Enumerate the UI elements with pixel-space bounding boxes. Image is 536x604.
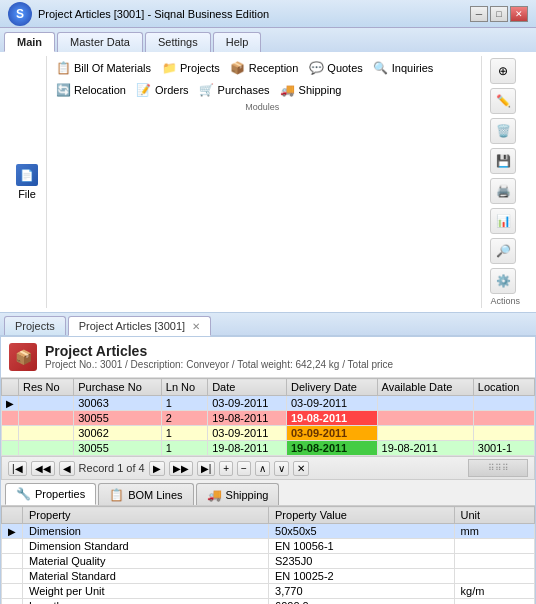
inquiries-icon: 🔍 [373,60,389,76]
article-header: 📦 Project Articles Project No.: 3001 / D… [1,337,535,378]
tab-settings[interactable]: Settings [145,32,211,52]
nav-prev-button[interactable]: ◀ [59,461,75,476]
list-item[interactable]: Weight per Unit 3,770 kg/m [2,584,535,599]
minimize-button[interactable]: ─ [470,6,488,22]
purchases-icon: 🛒 [199,82,215,98]
cell-purchase-no: 30055 [74,411,162,426]
actions-label: Actions [490,296,520,306]
nav-first-button[interactable]: |◀ [8,461,27,476]
window-title: Project Articles [3001] - Siqnal Busines… [38,8,269,20]
shipping-tab[interactable]: 🚚 Shipping [196,483,280,505]
prop-name: Weight per Unit [23,584,269,599]
list-item[interactable]: Dimension Standard EN 10056-1 [2,539,535,554]
tab-main[interactable]: Main [4,32,55,52]
col-delivery-date[interactable]: Delivery Date [286,379,377,396]
properties-tab-icon: 🔧 [16,487,31,501]
prop-value: 6000,0 [269,599,455,605]
prop-indicator [2,554,23,569]
cell-location [473,426,534,441]
projects-tab[interactable]: Projects [4,316,66,335]
file-button[interactable]: 📄 File [8,56,47,308]
close-button[interactable]: ✕ [510,6,528,22]
project-articles-tab[interactable]: Project Articles [3001] ✕ [68,316,211,336]
cell-location [473,396,534,411]
action-btn-4[interactable]: 💾 [490,148,516,174]
nav-next-button[interactable]: ▶ [149,461,165,476]
props-col-unit[interactable]: Unit [454,507,534,524]
action-btn-6[interactable]: 📊 [490,208,516,234]
action-icons: ⊕ ✏️ 🗑️ 💾 🖨️ 📊 🔎 ⚙️ [490,58,520,294]
nav-prev-prev-button[interactable]: ◀◀ [31,461,55,476]
file-icon: 📄 [16,164,38,186]
props-col-value[interactable]: Property Value [269,507,455,524]
modules-label: Modules [51,102,473,112]
action-btn-7[interactable]: 🔎 [490,238,516,264]
data-table-container: Res No Purchase No Ln No Date Delivery D… [1,378,535,456]
properties-tab-label: Properties [35,488,85,500]
props-col-indicator [2,507,23,524]
col-res-no[interactable]: Res No [19,379,74,396]
action-btn-2[interactable]: ✏️ [490,88,516,114]
tab-close-icon[interactable]: ✕ [192,321,200,332]
tab-help[interactable]: Help [213,32,262,52]
actions-group: ⊕ ✏️ 🗑️ 💾 🖨️ 📊 🔎 ⚙️ Actions [482,56,528,308]
inquiries-button[interactable]: 🔍 Inquiries [369,58,438,78]
bom-lines-tab[interactable]: 📋 BOM Lines [98,483,193,505]
cell-date: 03-09-2011 [208,426,287,441]
nav-cancel-button[interactable]: ✕ [293,461,309,476]
action-btn-8[interactable]: ⚙️ [490,268,516,294]
title-bar-controls: ─ □ ✕ [470,6,528,22]
cell-res-no [19,426,74,441]
col-location[interactable]: Location [473,379,534,396]
tab-master-data[interactable]: Master Data [57,32,143,52]
nav-last-button[interactable]: ▶| [197,461,216,476]
orders-button[interactable]: 📝 Orders [132,80,193,100]
projects-label: Projects [180,62,220,74]
quotes-button[interactable]: 💬 Quotes [304,58,366,78]
nav-down-button[interactable]: ∨ [274,461,289,476]
list-item[interactable]: ▶ Dimension 50x50x5 mm [2,524,535,539]
list-item[interactable]: Material Standard EN 10025-2 [2,569,535,584]
prop-value: EN 10025-2 [269,569,455,584]
title-bar: S Project Articles [3001] - Siqnal Busin… [0,0,536,28]
prop-unit: mm [454,599,534,605]
properties-tab[interactable]: 🔧 Properties [5,483,96,505]
article-title: Project Articles [45,343,393,359]
table-row[interactable]: ▶ 30063 1 03-09-2011 03-09-2011 [2,396,535,411]
table-row[interactable]: 30055 1 19-08-2011 19-08-2011 19-08-2011… [2,441,535,456]
action-btn-1[interactable]: ⊕ [490,58,516,84]
reception-button[interactable]: 📦 Reception [226,58,303,78]
file-label: File [18,188,36,200]
relocation-button[interactable]: 🔄 Relocation [51,80,130,100]
col-ln-no[interactable]: Ln No [161,379,207,396]
nav-add-button[interactable]: + [219,461,233,476]
nav-next-next-button[interactable]: ▶▶ [169,461,193,476]
action-btn-5[interactable]: 🖨️ [490,178,516,204]
reception-label: Reception [249,62,299,74]
table-row[interactable]: 30055 2 19-08-2011 19-08-2011 [2,411,535,426]
cell-location [473,411,534,426]
nav-up-button[interactable]: ∧ [255,461,270,476]
nav-remove-button[interactable]: − [237,461,251,476]
prop-unit [454,569,534,584]
props-col-property[interactable]: Property [23,507,269,524]
prop-value: 50x50x5 [269,524,455,539]
cell-purchase-no: 30063 [74,396,162,411]
cell-purchase-no: 30062 [74,426,162,441]
purchases-button[interactable]: 🛒 Purchases [195,80,274,100]
shipping-button[interactable]: 🚚 Shipping [276,80,346,100]
list-item[interactable]: Length 6000,0 mm [2,599,535,605]
cell-available-date [377,396,473,411]
table-row[interactable]: 30062 1 03-09-2011 03-09-2011 [2,426,535,441]
col-purchase-no[interactable]: Purchase No [74,379,162,396]
main-area: Projects Project Articles [3001] ✕ 📦 Pro… [0,313,536,604]
projects-button[interactable]: 📁 Projects [157,58,224,78]
maximize-button[interactable]: □ [490,6,508,22]
bill-of-materials-button[interactable]: 📋 Bill Of Materials [51,58,155,78]
resize-handle[interactable]: ⠿⠿⠿ [468,459,528,477]
col-available-date[interactable]: Available Date [377,379,473,396]
prop-unit [454,554,534,569]
action-btn-3[interactable]: 🗑️ [490,118,516,144]
col-date[interactable]: Date [208,379,287,396]
list-item[interactable]: Material Quality S235J0 [2,554,535,569]
